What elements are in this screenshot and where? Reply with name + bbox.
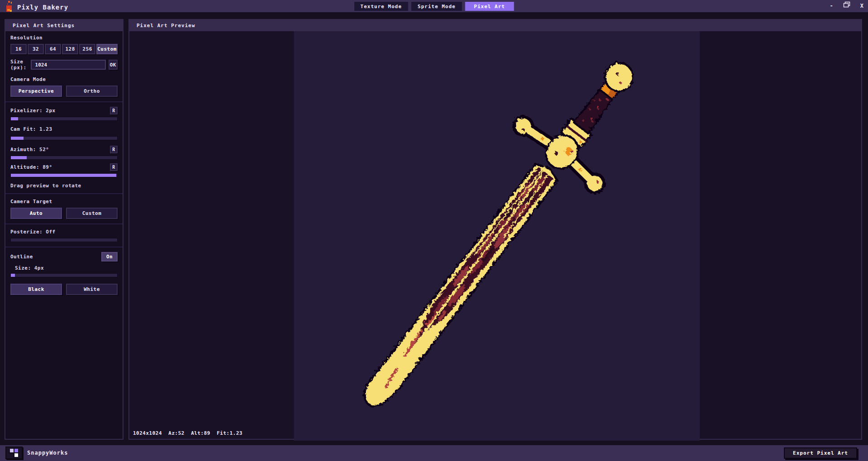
altitude-slider[interactable]: [10, 173, 118, 177]
outline-size-slider[interactable]: [10, 273, 118, 277]
window-controls: - X: [830, 0, 863, 12]
cam-fit-slider[interactable]: [10, 136, 118, 140]
close-button[interactable]: X: [860, 0, 863, 12]
pixelizer-row: Pixelizer: 2px R: [10, 107, 118, 114]
minimize-button[interactable]: -: [830, 0, 833, 12]
target-custom-button[interactable]: Custom: [66, 208, 118, 219]
footer-brand: SnappyWorks: [5, 447, 68, 459]
altitude-reset-button[interactable]: R: [110, 163, 118, 171]
resolution-256-button[interactable]: 256: [79, 44, 95, 54]
tab-sprite-mode[interactable]: Sprite Mode: [411, 2, 462, 11]
mode-tabs: Texture Mode Sprite Mode Pixel Art: [354, 2, 514, 11]
flame-icon: [5, 1, 14, 14]
resolution-64-button[interactable]: 64: [45, 44, 61, 54]
cam-fit-label: Cam Fit: 1.23: [10, 126, 52, 132]
altitude-row: Altitude: 89° R: [10, 163, 118, 171]
pixel-art-preview-panel: Pixel Art Preview: [128, 19, 862, 440]
camera-perspective-button[interactable]: Perspective: [10, 86, 62, 97]
tab-texture-mode[interactable]: Texture Mode: [354, 2, 408, 11]
settings-panel-body: Resolution 16 32 64 128 256 Custom Size …: [5, 31, 123, 299]
outline-black-button[interactable]: Black: [10, 284, 62, 295]
resolution-16-button[interactable]: 16: [10, 44, 27, 54]
size-row: Size (px): OK: [10, 59, 118, 71]
app-brand: Pixly Bakery: [5, 1, 68, 14]
pixelizer-reset-button[interactable]: R: [110, 107, 118, 114]
resolution-buttons: 16 32 64 128 256 Custom: [10, 44, 118, 54]
camera-target-label: Camera Target: [10, 199, 118, 204]
pixel-grid-icon: [5, 447, 23, 459]
maximize-icon[interactable]: [843, 0, 850, 12]
azimuth-slider[interactable]: [10, 156, 118, 160]
outline-label: Outline: [10, 254, 33, 260]
outline-row: Outline On: [10, 252, 118, 261]
size-label: Size (px):: [10, 59, 28, 71]
resolution-128-button[interactable]: 128: [62, 44, 78, 54]
footer-brand-name: SnappyWorks: [27, 450, 68, 456]
pixel-art-sword-preview: [294, 31, 700, 441]
sword-blade: [358, 161, 559, 411]
pixel-art-settings-panel: Pixel Art Settings Resolution 16 32 64 1…: [5, 19, 123, 440]
export-pixel-art-button[interactable]: Export Pixel Art: [784, 447, 857, 459]
cam-fit-row: Cam Fit: 1.23: [10, 126, 118, 132]
camera-mode-buttons: Perspective Ortho: [10, 86, 118, 97]
drag-hint-text: Drag preview to rotate: [10, 183, 118, 189]
outline-color-buttons: Black White: [10, 284, 118, 295]
divider: [5, 223, 123, 224]
camera-target-buttons: Auto Custom: [10, 208, 118, 219]
tab-pixel-art[interactable]: Pixel Art: [465, 2, 514, 11]
pixelizer-slider[interactable]: [10, 117, 118, 121]
settings-panel-title: Pixel Art Settings: [5, 20, 123, 31]
outline-white-button[interactable]: White: [66, 284, 118, 295]
title-bar: Pixly Bakery Texture Mode Sprite Mode Pi…: [0, 0, 868, 12]
resolution-32-button[interactable]: 32: [28, 44, 44, 54]
azimuth-row: Azimuth: 52° R: [10, 146, 118, 153]
camera-ortho-button[interactable]: Ortho: [66, 86, 118, 97]
altitude-label: Altitude: 89°: [10, 164, 52, 170]
azimuth-reset-button[interactable]: R: [110, 146, 118, 153]
cam-fit-slider-fill: [11, 137, 24, 140]
outline-size-label: Size: 4px: [10, 265, 118, 271]
azimuth-label: Azimuth: 52°: [10, 147, 49, 152]
divider: [5, 101, 123, 102]
altitude-slider-fill: [11, 174, 116, 177]
pixelizer-label: Pixelizer: 2px: [10, 108, 56, 114]
footer-bar: SnappyWorks Export Pixel Art: [0, 445, 868, 461]
preview-panel-title: Pixel Art Preview: [129, 20, 861, 31]
posterize-slider[interactable]: [10, 238, 118, 242]
preview-status-text: 1024x1024 Az:52 Alt:89 Fit:1.23: [133, 430, 242, 436]
divider: [5, 247, 123, 247]
size-input[interactable]: [31, 60, 106, 70]
posterize-label: Posterize: Off: [10, 229, 118, 235]
render-viewport[interactable]: [294, 31, 700, 441]
target-auto-button[interactable]: Auto: [10, 208, 62, 219]
app-title: Pixly Bakery: [17, 4, 68, 11]
resolution-custom-button[interactable]: Custom: [96, 44, 118, 54]
divider: [5, 193, 123, 194]
azimuth-slider-fill: [11, 156, 27, 159]
size-ok-button[interactable]: OK: [109, 60, 118, 70]
outline-size-slider-fill: [11, 274, 15, 277]
outline-toggle-button[interactable]: On: [101, 252, 118, 261]
pixelizer-slider-fill: [11, 117, 18, 120]
resolution-label: Resolution: [10, 35, 118, 41]
camera-mode-label: Camera Mode: [10, 76, 118, 82]
